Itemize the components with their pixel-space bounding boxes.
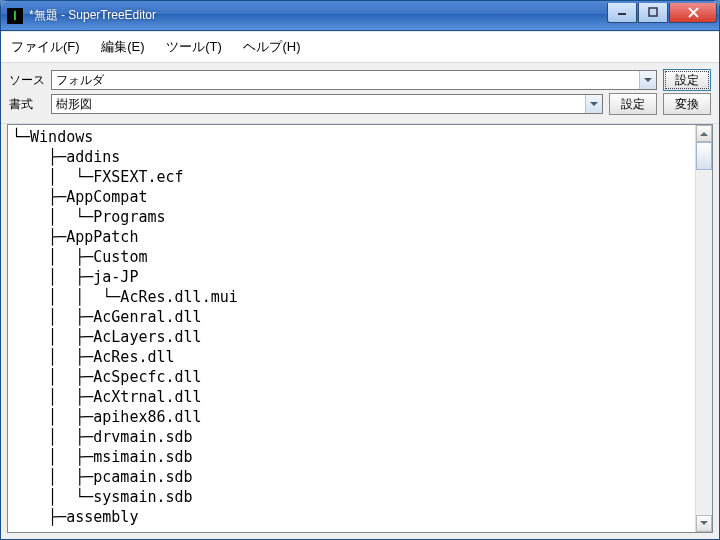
scroll-thumb[interactable] — [696, 142, 712, 170]
format-row: 書式 樹形図 設定 変換 — [9, 93, 711, 115]
menu-tools[interactable]: ツール(T) — [166, 39, 222, 54]
menu-help[interactable]: ヘルプ(H) — [243, 39, 300, 54]
vertical-scrollbar[interactable] — [695, 125, 712, 532]
source-dropdown[interactable]: フォルダ — [51, 70, 657, 90]
scroll-track[interactable] — [696, 142, 712, 515]
svg-rect-1 — [649, 8, 657, 16]
source-row: ソース フォルダ 設定 — [9, 69, 711, 91]
chevron-down-icon — [700, 521, 708, 526]
chevron-down-icon — [639, 71, 656, 89]
source-value: フォルダ — [56, 72, 104, 89]
format-value: 樹形図 — [56, 96, 92, 113]
close-button[interactable] — [669, 3, 717, 23]
tree-panel: └─Windows ├─addins │ └─FXSEXT.ecf ├─AppC… — [7, 124, 713, 533]
window-title: *無題 - SuperTreeEditor — [29, 7, 606, 24]
title-bar[interactable]: I *無題 - SuperTreeEditor — [1, 1, 719, 31]
chevron-up-icon — [700, 131, 708, 136]
format-settings-button[interactable]: 設定 — [609, 93, 657, 115]
svg-rect-0 — [618, 13, 626, 15]
minimize-button[interactable] — [607, 3, 637, 23]
tree-content[interactable]: └─Windows ├─addins │ └─FXSEXT.ecf ├─AppC… — [8, 125, 695, 532]
close-icon — [688, 7, 699, 18]
source-settings-button[interactable]: 設定 — [663, 69, 711, 91]
menu-bar: ファイル(F) 編集(E) ツール(T) ヘルプ(H) — [1, 31, 719, 62]
scroll-up-button[interactable] — [696, 125, 712, 142]
format-dropdown[interactable]: 樹形図 — [51, 94, 603, 114]
menu-file[interactable]: ファイル(F) — [11, 39, 80, 54]
maximize-icon — [648, 7, 658, 17]
app-icon: I — [7, 8, 23, 24]
menu-edit[interactable]: 編集(E) — [101, 39, 144, 54]
options-panel: ソース フォルダ 設定 書式 樹形図 設定 変換 — [1, 62, 719, 124]
chevron-down-icon — [585, 95, 602, 113]
minimize-icon — [617, 7, 627, 17]
format-label: 書式 — [9, 96, 51, 113]
source-label: ソース — [9, 72, 51, 89]
app-window: I *無題 - SuperTreeEditor ファイル(F) 編集(E) ツー… — [0, 0, 720, 540]
scroll-down-button[interactable] — [696, 515, 712, 532]
maximize-button[interactable] — [638, 3, 668, 23]
convert-button[interactable]: 変換 — [663, 93, 711, 115]
